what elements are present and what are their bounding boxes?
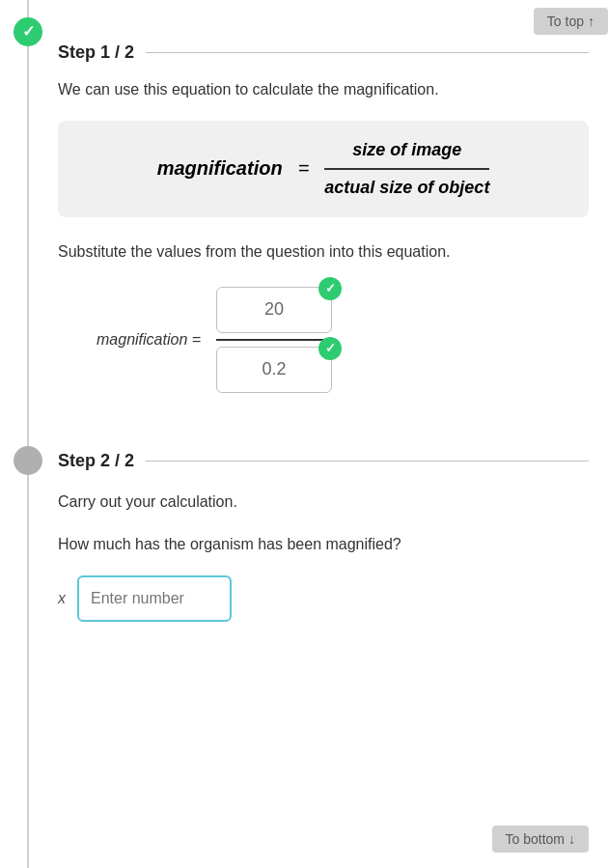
step2-header: Step 2 / 2 bbox=[58, 451, 589, 471]
eq-fraction-inputs: 20 ✓ 0.2 ✓ bbox=[216, 287, 332, 393]
formula-left: magnification bbox=[157, 157, 283, 180]
step1-complete-indicator: ✓ bbox=[14, 17, 42, 46]
fraction-denominator: actual size of object bbox=[324, 174, 489, 198]
step1-header: ✓ Step 1 / 2 bbox=[58, 0, 589, 63]
step1-checkmark-icon: ✓ bbox=[22, 22, 35, 41]
equation-area: magnification = 20 ✓ 0.2 ✓ bbox=[58, 287, 589, 393]
arrow-down-icon bbox=[568, 831, 575, 847]
page-container: To top ✓ Step 1 / 2 We can use this equa… bbox=[0, 0, 608, 868]
fraction-input-divider bbox=[216, 339, 332, 341]
denominator-input-wrapper: 0.2 ✓ bbox=[216, 347, 332, 393]
denominator-input[interactable]: 0.2 bbox=[216, 347, 332, 393]
step2-instruction-text: Carry out your calculation. bbox=[58, 490, 589, 514]
step1-title: Step 1 / 2 bbox=[58, 42, 134, 63]
section-spacer bbox=[0, 432, 608, 451]
denominator-check-badge: ✓ bbox=[318, 337, 342, 360]
formula-fraction: size of image actual size of object bbox=[324, 140, 489, 198]
step2-section: Step 2 / 2 Carry out your calculation. H… bbox=[0, 451, 608, 622]
fraction-numerator: size of image bbox=[352, 140, 461, 164]
denominator-value: 0.2 bbox=[263, 359, 287, 379]
to-bottom-label: To bottom bbox=[506, 831, 565, 847]
substitute-text: Substitute the values from the question … bbox=[58, 240, 589, 264]
numerator-check-badge: ✓ bbox=[318, 277, 342, 300]
eq-label: magnification = bbox=[97, 331, 201, 349]
formula-content: magnification = size of image actual siz… bbox=[157, 140, 490, 198]
to-bottom-button[interactable]: To bottom bbox=[492, 826, 589, 853]
x-label: x bbox=[58, 590, 66, 607]
fraction-line bbox=[324, 168, 489, 170]
step2-indicator bbox=[14, 446, 42, 475]
answer-row: x bbox=[58, 575, 589, 622]
step2-question-text: How much has the organism has been magni… bbox=[58, 533, 589, 556]
numerator-input-wrapper: 20 ✓ bbox=[216, 287, 332, 333]
arrow-up-icon bbox=[588, 14, 594, 29]
step1-divider bbox=[146, 52, 589, 53]
step2-divider bbox=[146, 461, 589, 462]
step1-intro-text: We can use this equation to calculate th… bbox=[58, 78, 589, 101]
answer-input[interactable] bbox=[77, 575, 232, 622]
step1-section: To top ✓ Step 1 / 2 We can use this equa… bbox=[0, 0, 608, 393]
formula-equals: = bbox=[298, 157, 310, 180]
step2-title: Step 2 / 2 bbox=[58, 451, 134, 471]
numerator-value: 20 bbox=[264, 299, 284, 320]
numerator-input[interactable]: 20 bbox=[216, 287, 332, 333]
formula-box: magnification = size of image actual siz… bbox=[58, 121, 589, 217]
